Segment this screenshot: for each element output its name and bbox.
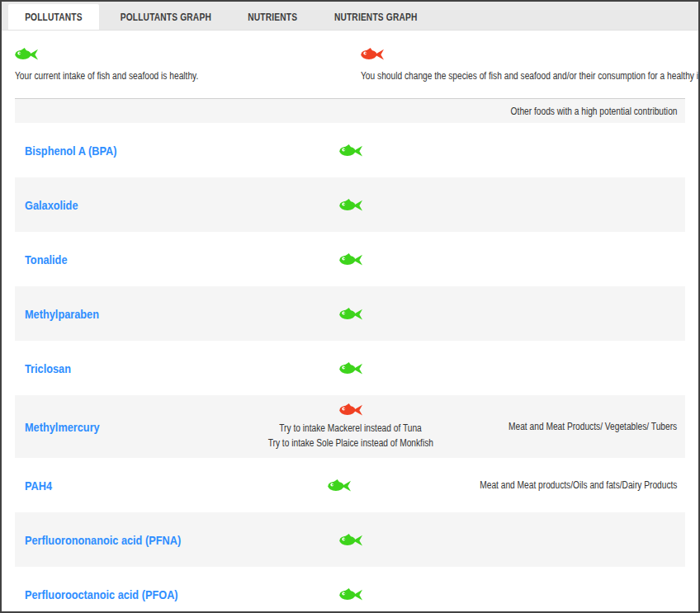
legend-healthy: Your current intake of fish and seafood … (15, 47, 350, 98)
status-cell: Try to intake Mackerel instead of TunaTr… (242, 403, 459, 450)
pollutant-row: Perfluorononanoic acid (PFNA) (15, 512, 685, 567)
pollutants-panel: POLLUTANTSPOLLUTANTS GRAPHNUTRIENTSNUTRI… (0, 0, 700, 613)
tab-label: NUTRIENTS (248, 12, 298, 23)
tab-label: POLLUTANTS GRAPH (121, 12, 211, 23)
tab-bar: POLLUTANTSPOLLUTANTS GRAPHNUTRIENTSNUTRI… (2, 2, 698, 31)
pollutant-row: Methylparaben (15, 286, 685, 341)
table-header: Other foods with a high potential contri… (15, 98, 685, 123)
status-cell (242, 252, 459, 266)
green-fish-icon (339, 587, 362, 601)
status-cell (242, 361, 459, 375)
tab-nutrients[interactable]: NUTRIENTS (232, 4, 313, 30)
pollutant-name: Methylparaben (25, 307, 99, 321)
tab-label: POLLUTANTS (25, 12, 83, 23)
advice-line: Try to intake Sole Plaice instead of Mon… (268, 436, 433, 450)
green-fish-icon (339, 533, 362, 547)
red-fish-icon (339, 403, 362, 417)
green-fish-icon (339, 198, 362, 212)
tab-nutrients-graph[interactable]: NUTRIENTS GRAPH (315, 4, 436, 30)
pollutant-name: PAH4 (25, 479, 52, 493)
advice-text: Try to intake Mackerel instead of TunaTr… (253, 421, 448, 450)
status-cell (242, 587, 459, 601)
status-cell (234, 479, 444, 493)
green-fish-icon (15, 47, 350, 61)
pollutant-name: Methylmercury (25, 420, 100, 434)
pollutant-row: Tonalide (15, 232, 685, 286)
pollutant-row: PAH4 Meat and Meat products/Oils and fat… (15, 458, 685, 512)
pollutant-row: Triclosan (15, 341, 685, 395)
tab-pollutants-graph[interactable]: POLLUTANTS GRAPH (101, 4, 231, 30)
tab-label: NUTRIENTS GRAPH (334, 12, 418, 23)
red-fish-icon (361, 47, 685, 61)
green-fish-icon (328, 479, 351, 493)
pollutant-name: Perfluorononanoic acid (PFNA) (25, 533, 181, 547)
pollutant-row: Galaxolide (15, 177, 685, 232)
pollutant-name: Perfluorooctanoic acid (PFOA) (25, 587, 178, 601)
legend: Your current intake of fish and seafood … (2, 31, 698, 98)
pollutant-row: Methylmercury Try to intake Mackerel ins… (15, 395, 685, 458)
other-foods-header: Other foods with a high potential contri… (510, 99, 677, 124)
pollutant-name: Bisphenol A (BPA) (25, 144, 116, 158)
pollutant-name: Galaxolide (25, 198, 78, 212)
green-fish-icon (339, 307, 362, 321)
status-cell (242, 307, 459, 321)
pollutant-row: Perfluorooctanoic acid (PFOA) (15, 567, 685, 613)
pollutants-table: Other foods with a high potential contri… (15, 98, 685, 613)
status-cell (242, 198, 459, 212)
status-cell (242, 533, 459, 547)
pollutant-row: Bisphenol A (BPA) (15, 123, 685, 177)
legend-unhealthy: You should change the species of fish an… (350, 47, 685, 98)
other-foods-text: Meat and Meat products/Oils and fats/Dai… (480, 479, 677, 491)
pollutant-rows: Bisphenol A (BPA) Galaxolide (15, 123, 685, 613)
status-cell (242, 144, 459, 158)
pollutant-name: Triclosan (25, 361, 71, 375)
advice-line: Try to intake Mackerel instead of Tuna (280, 421, 423, 436)
green-fish-icon (339, 361, 362, 375)
pollutant-name: Tonalide (25, 252, 67, 266)
green-fish-icon (339, 144, 362, 158)
other-foods-text: Meat and Meat Products/ Vegetables/ Tube… (508, 421, 677, 432)
legend-unhealthy-text: You should change the species of fish an… (361, 70, 700, 82)
green-fish-icon (339, 252, 362, 266)
tab-pollutants[interactable]: POLLUTANTS (8, 4, 99, 30)
legend-healthy-text: Your current intake of fish and seafood … (15, 70, 198, 82)
